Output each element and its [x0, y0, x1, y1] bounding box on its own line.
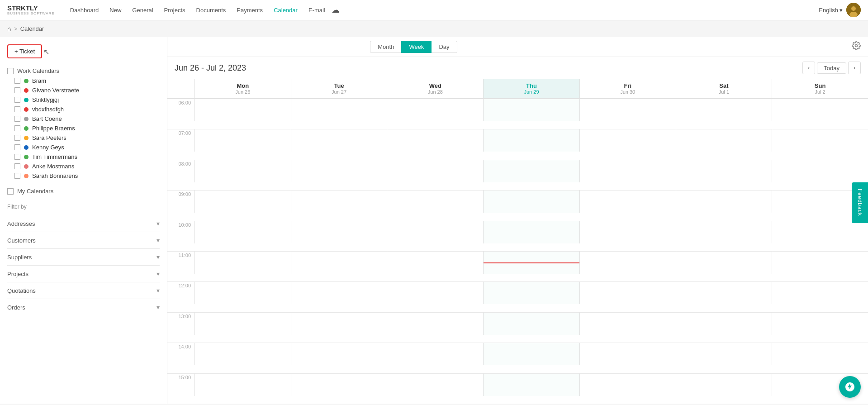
- calendar-cell[interactable]: [579, 312, 676, 335]
- calendar-cell[interactable]: [387, 251, 483, 274]
- calendar-cell[interactable]: [676, 221, 772, 243]
- calendar-cell[interactable]: [772, 160, 868, 182]
- person-checkbox[interactable]: [14, 154, 20, 160]
- my-calendars-section[interactable]: My Calendars: [0, 186, 167, 196]
- calendar-cell[interactable]: [291, 160, 387, 182]
- calendar-cell[interactable]: [483, 221, 579, 243]
- calendar-cell[interactable]: [291, 221, 387, 243]
- person-bram[interactable]: Bram: [0, 76, 167, 86]
- add-ticket-button[interactable]: + Ticket ↖: [7, 44, 42, 58]
- person-anke[interactable]: Anke Mostmans: [0, 162, 167, 171]
- user-avatar[interactable]: [846, 3, 861, 17]
- calendar-cell[interactable]: [772, 281, 868, 304]
- calendar-cell[interactable]: [387, 160, 483, 182]
- work-calendars-section[interactable]: Work Calendars: [0, 66, 167, 76]
- person-striktly[interactable]: Striktlygjgj: [0, 95, 167, 105]
- calendar-cell[interactable]: [291, 190, 387, 213]
- calendar-cell[interactable]: [387, 373, 483, 396]
- person-checkbox[interactable]: [14, 97, 20, 103]
- view-week-button[interactable]: Week: [401, 41, 432, 53]
- filter-suppliers[interactable]: Suppliers ▾: [7, 249, 160, 266]
- person-kenny[interactable]: Kenny Geys: [0, 143, 167, 152]
- prev-week-button[interactable]: ‹: [802, 62, 815, 74]
- person-checkbox[interactable]: [14, 125, 20, 131]
- nav-payments[interactable]: Payments: [232, 5, 267, 15]
- my-calendars-checkbox[interactable]: [7, 188, 14, 195]
- calendar-settings-button[interactable]: [852, 41, 861, 52]
- view-day-button[interactable]: Day: [432, 41, 457, 53]
- language-selector[interactable]: English ▾: [819, 7, 843, 14]
- calendar-cell[interactable]: [772, 312, 868, 335]
- calendar-cell[interactable]: [387, 281, 483, 304]
- calendar-cell[interactable]: [387, 190, 483, 213]
- calendar-cell[interactable]: [676, 190, 772, 213]
- calendar-cell[interactable]: [387, 221, 483, 243]
- work-calendars-checkbox[interactable]: [7, 68, 14, 74]
- calendar-cell[interactable]: [194, 129, 291, 152]
- nav-new[interactable]: New: [105, 5, 126, 15]
- person-checkbox[interactable]: [14, 163, 20, 169]
- nav-email[interactable]: E-mail: [304, 5, 330, 15]
- person-checkbox[interactable]: [14, 116, 20, 122]
- calendar-cell[interactable]: [483, 129, 579, 152]
- person-checkbox[interactable]: [14, 87, 20, 93]
- calendar-cell[interactable]: [579, 129, 676, 152]
- person-sarah[interactable]: Sarah Bonnarens: [0, 171, 167, 181]
- calendar-cell[interactable]: [483, 251, 579, 274]
- calendar-cell[interactable]: [772, 251, 868, 274]
- calendar-cell[interactable]: [483, 160, 579, 182]
- calendar-cell[interactable]: [194, 343, 291, 365]
- person-checkbox[interactable]: [14, 135, 20, 141]
- nav-general[interactable]: General: [128, 5, 157, 15]
- calendar-cell[interactable]: [483, 281, 579, 304]
- calendar-cell[interactable]: [772, 343, 868, 365]
- calendar-cell[interactable]: [194, 160, 291, 182]
- filter-projects[interactable]: Projects ▾: [7, 266, 160, 282]
- calendar-cell[interactable]: [387, 99, 483, 121]
- calendar-cell[interactable]: [772, 221, 868, 243]
- person-sara[interactable]: Sara Peeters: [0, 133, 167, 143]
- filter-addresses[interactable]: Addresses ▾: [7, 215, 160, 232]
- calendar-cell[interactable]: [194, 373, 291, 396]
- breadcrumb-home[interactable]: ⌂: [7, 25, 11, 33]
- calendar-cell[interactable]: [579, 160, 676, 182]
- filter-customers[interactable]: Customers ▾: [7, 232, 160, 249]
- cloud-icon[interactable]: ☁: [332, 5, 340, 15]
- calendar-cell[interactable]: [676, 343, 772, 365]
- calendar-cell[interactable]: [291, 129, 387, 152]
- calendar-cell[interactable]: [387, 129, 483, 152]
- calendar-cell[interactable]: [772, 129, 868, 152]
- calendar-cell[interactable]: [772, 99, 868, 121]
- calendar-cell[interactable]: [291, 343, 387, 365]
- calendar-cell[interactable]: [387, 343, 483, 365]
- calendar-cell[interactable]: [194, 281, 291, 304]
- calendar-cell[interactable]: [194, 190, 291, 213]
- calendar-cell[interactable]: [483, 373, 579, 396]
- calendar-cell[interactable]: [194, 312, 291, 335]
- calendar-cell[interactable]: [291, 99, 387, 121]
- calendar-cell[interactable]: [579, 99, 676, 121]
- person-checkbox[interactable]: [14, 173, 20, 179]
- person-philippe[interactable]: Philippe Braems: [0, 124, 167, 133]
- calendar-cell[interactable]: [291, 281, 387, 304]
- nav-calendar[interactable]: Calendar: [269, 5, 302, 15]
- feedback-button[interactable]: Feedback: [852, 182, 868, 223]
- filter-quotations[interactable]: Quotations ▾: [7, 282, 160, 299]
- calendar-cell[interactable]: [194, 221, 291, 243]
- help-button[interactable]: [839, 376, 861, 398]
- calendar-cell[interactable]: [291, 373, 387, 396]
- person-givano[interactable]: Givano Verstraete: [0, 86, 167, 95]
- calendar-cell[interactable]: [579, 251, 676, 274]
- nav-projects[interactable]: Projects: [160, 5, 190, 15]
- person-vbdx[interactable]: vbdxfhsdfgh: [0, 105, 167, 114]
- calendar-cell[interactable]: [194, 99, 291, 121]
- nav-dashboard[interactable]: Dashboard: [66, 5, 104, 15]
- calendar-cell[interactable]: [483, 312, 579, 335]
- view-month-button[interactable]: Month: [370, 41, 401, 53]
- person-bart[interactable]: Bart Coene: [0, 114, 167, 124]
- today-button[interactable]: Today: [817, 62, 846, 74]
- calendar-cell[interactable]: [387, 312, 483, 335]
- filter-orders[interactable]: Orders ▾: [7, 299, 160, 315]
- calendar-cell[interactable]: [579, 343, 676, 365]
- calendar-cell[interactable]: [483, 343, 579, 365]
